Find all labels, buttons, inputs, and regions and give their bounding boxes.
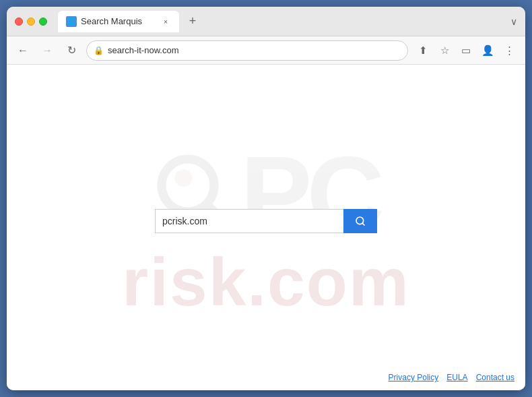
bookmark-button[interactable]: ☆: [435, 41, 454, 60]
tab-close-button[interactable]: ×: [160, 16, 171, 27]
browser-window: 🌐 Search Marquis × + ∨ ← → ↻ 🔒 ⬆ ☆ ▭ 👤 ⋮: [7, 7, 525, 390]
share-button[interactable]: ⬆: [413, 41, 432, 60]
lock-icon: 🔒: [94, 46, 104, 55]
new-tab-button[interactable]: +: [183, 12, 202, 31]
search-container: [155, 209, 377, 233]
tab-bar: 🌐 Search Marquis × + ∨: [58, 11, 517, 32]
favicon-icon: 🌐: [67, 18, 75, 25]
title-bar: 🌐 Search Marquis × + ∨: [7, 7, 525, 36]
svg-point-0: [162, 159, 214, 212]
search-button[interactable]: [343, 209, 377, 233]
tab-title: Search Marquis: [81, 16, 156, 26]
account-button[interactable]: 👤: [478, 41, 497, 60]
more-button[interactable]: ⋮: [500, 41, 519, 60]
privacy-policy-link[interactable]: Privacy Policy: [389, 373, 439, 382]
back-button[interactable]: ←: [13, 41, 32, 60]
address-input[interactable]: [108, 45, 401, 55]
forward-button[interactable]: →: [38, 41, 57, 60]
address-bar-container[interactable]: 🔒: [86, 40, 408, 61]
maximize-traffic-light[interactable]: [39, 18, 47, 26]
active-tab[interactable]: 🌐 Search Marquis ×: [58, 11, 179, 32]
search-icon: [355, 216, 366, 226]
footer: Privacy Policy EULA Contact us: [389, 373, 514, 382]
svg-line-4: [362, 223, 364, 225]
sidebar-button[interactable]: ▭: [457, 41, 475, 60]
reload-button[interactable]: ↻: [62, 41, 81, 60]
contact-us-link[interactable]: Contact us: [476, 373, 514, 382]
watermark-risk-text: risk.com: [122, 248, 409, 315]
eula-link[interactable]: EULA: [446, 373, 467, 382]
minimize-traffic-light[interactable]: [27, 18, 35, 26]
nav-actions: ⬆ ☆ ▭ 👤 ⋮: [413, 41, 519, 60]
svg-point-2: [174, 169, 192, 187]
window-expand-button[interactable]: ∨: [510, 16, 517, 27]
close-traffic-light[interactable]: [15, 18, 23, 26]
navigation-bar: ← → ↻ 🔒 ⬆ ☆ ▭ 👤 ⋮: [7, 36, 525, 65]
page-content: PC risk.com Privacy Policy EULA Contact …: [7, 65, 525, 390]
traffic-lights: [15, 18, 47, 26]
search-input[interactable]: [155, 209, 343, 233]
tab-favicon: 🌐: [66, 16, 77, 27]
